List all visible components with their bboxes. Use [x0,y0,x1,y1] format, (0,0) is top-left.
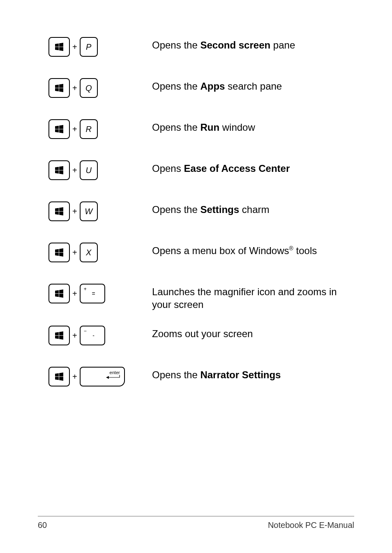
shortcut-row: +ROpens the Run window [48,119,354,139]
windows-logo-icon [55,84,63,92]
shortcut-row: +UOpens Ease of Access Center [48,160,354,180]
windows-key [48,37,70,57]
description-text: Opens [152,163,184,174]
key-center-symbol: - [90,332,95,339]
description-text: pane [270,39,295,51]
letter-key: Q [80,78,98,98]
plus-separator: + [72,331,77,340]
registered-symbol: ® [289,245,293,252]
shortcut-description: Opens the Second screen pane [152,37,295,51]
key-combo: +W [48,201,152,221]
key-top-symbol: + [84,286,87,292]
description-bold: Settings [200,204,239,215]
windows-key [48,78,70,98]
windows-logo-icon [55,248,63,257]
windows-key [48,201,70,221]
letter-key: X [80,243,98,262]
windows-logo-icon [55,331,63,340]
shortcut-row: +WOpens the Settings charm [48,201,354,221]
shortcut-row: +−-Zooms out your screen [48,326,354,345]
plus-separator: + [72,372,77,382]
letter-key: U [80,160,98,180]
enter-arrow-icon [106,375,120,380]
shortcut-row: +XOpens a menu box of Windows® tools [48,243,354,262]
shortcut-description: Opens Ease of Access Center [152,160,290,175]
windows-logo-icon [55,207,63,215]
letter-key: R [80,119,98,139]
windows-logo-icon [55,373,63,381]
description-text: charm [239,204,269,215]
enter-arrow [106,374,120,382]
description-bold: Run [200,122,219,133]
description-text: Opens the [152,122,200,133]
windows-key [48,160,70,180]
key-center-symbol: = [90,290,95,297]
windows-logo-icon [55,125,63,133]
shortcut-description: Opens the Settings charm [152,201,269,216]
key-combo: ++= [48,284,152,303]
description-bold: Narrator Settings [200,369,281,380]
key-combo: +U [48,160,152,180]
shortcut-description: Opens the Narrator Settings [152,367,281,381]
plus-separator: + [72,125,77,134]
manual-title: Notebook PC E-Manual [268,521,354,530]
description-bold: Ease of Access Center [184,163,290,174]
shortcut-description: Launches the magnifier icon and zooms in… [152,284,354,311]
letter-key: W [80,201,98,221]
shortcut-row: +enter Opens the Narrator Settings [48,367,354,386]
description-text: Opens the [152,369,200,380]
shortcut-row: +POpens the Second screen pane [48,37,354,57]
shortcut-description: Opens a menu box of Windows® tools [152,243,317,257]
description-text: Opens the [152,81,200,92]
description-text: Opens the [152,204,200,215]
letter-key: P [80,37,98,57]
key-combo: +−- [48,326,152,345]
plus-equals-key: += [80,284,105,303]
plus-separator: + [72,207,77,216]
shortcut-list: +POpens the Second screen pane +QOpens t… [0,0,392,386]
description-text: Opens a menu box of Windows [152,245,289,256]
key-top-symbol: − [84,328,87,334]
page-footer: 60 Notebook PC E-Manual [38,516,354,530]
windows-key [48,284,70,303]
description-bold: Second screen [200,39,270,51]
windows-key [48,243,70,262]
page-number: 60 [38,521,47,530]
windows-logo-icon [55,289,63,298]
windows-logo-icon [55,166,63,174]
shortcut-description: Opens the Apps search pane [152,78,282,93]
description-text: tools [293,245,317,256]
shortcut-description: Opens the Run window [152,119,255,134]
windows-key [48,119,70,139]
plus-separator: + [72,166,77,175]
key-combo: +P [48,37,152,57]
key-combo: +R [48,119,152,139]
windows-key [48,367,70,386]
plus-separator: + [72,248,77,257]
description-text: Zooms out your screen [152,328,253,339]
windows-logo-icon [55,43,63,51]
description-text: window [219,122,255,133]
enter-key: enter [80,367,125,386]
key-combo: +Q [48,78,152,98]
description-text: search pane [225,81,282,92]
minus-key: −- [80,326,105,345]
shortcut-row: +QOpens the Apps search pane [48,78,354,98]
shortcut-row: ++=Launches the magnifier icon and zooms… [48,284,354,311]
windows-key [48,326,70,345]
plus-separator: + [72,42,77,52]
description-text: Launches the magnifier icon and zooms in… [152,286,337,310]
key-combo: +enter [48,367,152,386]
plus-separator: + [72,83,77,93]
shortcut-description: Zooms out your screen [152,326,253,340]
key-combo: +X [48,243,152,262]
description-text: Opens the [152,39,200,51]
description-bold: Apps [200,81,225,92]
plus-separator: + [72,289,77,298]
